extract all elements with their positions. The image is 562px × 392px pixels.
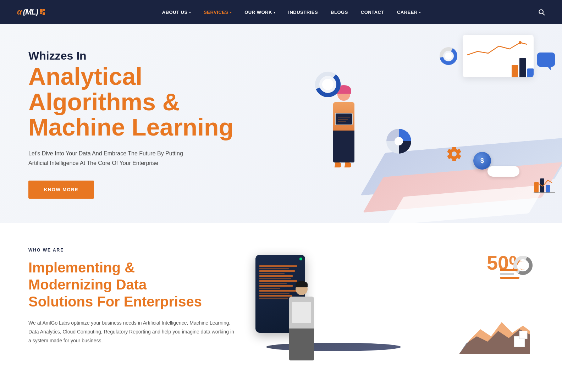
donut-svg bbox=[438, 45, 459, 67]
nav-link-about[interactable]: ABOUT US ▾ bbox=[162, 10, 191, 15]
chevron-down-icon: ▾ bbox=[230, 11, 232, 14]
hero-subtitle: Whizzes In bbox=[28, 49, 233, 62]
nav-item-about[interactable]: ABOUT US ▾ bbox=[162, 10, 191, 15]
pie-chart-donut bbox=[314, 70, 342, 99]
laptop-screen bbox=[336, 114, 352, 125]
person-shoes bbox=[335, 162, 351, 167]
person-legs bbox=[333, 131, 354, 162]
svg-line-1 bbox=[543, 13, 545, 15]
svg-point-12 bbox=[322, 79, 334, 90]
who-we-are-content: WHO WE ARE Implementing & Modernizing Da… bbox=[28, 248, 234, 346]
nav-item-services[interactable]: SERVICES ▾ bbox=[204, 10, 232, 15]
svg-point-13 bbox=[395, 137, 403, 145]
nav-link-industries[interactable]: INDUSTRIES bbox=[288, 10, 318, 15]
nav-item-career[interactable]: CAREER ▾ bbox=[397, 10, 421, 15]
logo-ml: (ML) bbox=[23, 7, 38, 17]
who-we-are-section: WHO WE ARE Implementing & Modernizing Da… bbox=[0, 223, 562, 375]
person2-illustration bbox=[284, 283, 319, 361]
nav-item-contact[interactable]: CONTACT bbox=[361, 10, 384, 15]
nav-links: ABOUT US ▾ SERVICES ▾ OUR WORK ▾ INDUSTR… bbox=[162, 10, 421, 15]
section-title: Implementing & Modernizing Data Solution… bbox=[28, 259, 234, 310]
pie-svg-2 bbox=[385, 127, 413, 155]
hero-illustration: $ bbox=[314, 24, 562, 223]
search-icon[interactable] bbox=[538, 9, 545, 16]
person-body bbox=[333, 102, 354, 131]
svg-rect-16 bbox=[546, 185, 550, 193]
nav-link-our-work[interactable]: OUR WORK ▾ bbox=[244, 10, 275, 15]
svg-rect-14 bbox=[534, 182, 539, 193]
svg-point-5 bbox=[445, 53, 452, 60]
screen-indicator bbox=[299, 258, 302, 260]
hero-description: Let's Dive Into Your Data And Embrace Th… bbox=[28, 149, 233, 168]
gear-icon bbox=[446, 145, 463, 162]
bar-chart-icon bbox=[534, 175, 555, 194]
chevron-down-icon: ▾ bbox=[274, 11, 276, 14]
logo[interactable]: α (ML) bbox=[17, 7, 45, 17]
chat-bubble-icon bbox=[537, 53, 555, 67]
who-we-are-illustration: 50% bbox=[255, 248, 534, 361]
person-laptop bbox=[335, 113, 353, 125]
logo-icon bbox=[40, 9, 45, 15]
hero-title: Analytical Algorithms & Machine Learning bbox=[28, 64, 233, 140]
nav-item-industries[interactable]: INDUSTRIES bbox=[288, 10, 318, 15]
oval-shape bbox=[487, 166, 519, 177]
svg-point-20 bbox=[519, 261, 527, 270]
svg-rect-22 bbox=[519, 331, 527, 339]
section-description: We at AmlGo Labs optimize your business … bbox=[28, 319, 234, 346]
line-chart bbox=[467, 39, 527, 59]
area-chart bbox=[459, 311, 530, 354]
lines-graphic bbox=[500, 269, 519, 279]
pie-chart-bottom bbox=[385, 127, 409, 152]
navbar: α (ML) ABOUT US ▾ SERVICES ▾ bbox=[0, 0, 562, 24]
nav-link-career[interactable]: CAREER ▾ bbox=[397, 10, 421, 15]
nav-item-blogs[interactable]: BLOGS bbox=[331, 10, 348, 15]
nav-item-our-work[interactable]: OUR WORK ▾ bbox=[244, 10, 275, 15]
chevron-down-icon: ▾ bbox=[419, 11, 421, 14]
dashboard-card bbox=[463, 35, 534, 77]
person-illustration bbox=[321, 88, 367, 187]
hero-section: Whizzes In Analytical Algorithms & Machi… bbox=[0, 24, 562, 223]
svg-point-2 bbox=[519, 41, 522, 44]
nav-link-blogs[interactable]: BLOGS bbox=[331, 10, 348, 15]
know-more-button[interactable]: KNOW MORE bbox=[28, 181, 94, 199]
pie-svg bbox=[314, 70, 342, 99]
dollar-coin-icon: $ bbox=[473, 152, 491, 170]
section-label: WHO WE ARE bbox=[28, 248, 234, 253]
hero-content: Whizzes In Analytical Algorithms & Machi… bbox=[28, 45, 233, 199]
nav-link-contact[interactable]: CONTACT bbox=[361, 10, 384, 15]
chevron-down-icon: ▾ bbox=[189, 11, 191, 14]
donut-chart-top bbox=[438, 45, 459, 67]
logo-alpha: α bbox=[17, 7, 22, 17]
nav-link-services[interactable]: SERVICES ▾ bbox=[204, 10, 232, 15]
